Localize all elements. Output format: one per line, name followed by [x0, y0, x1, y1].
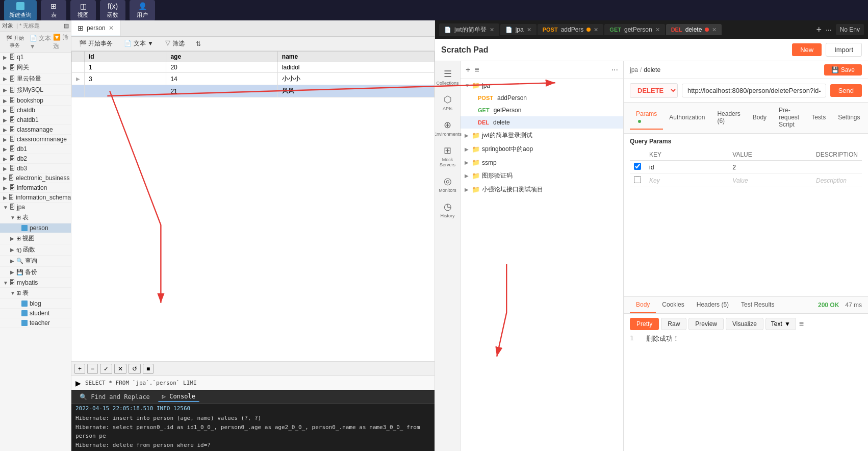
pm-tab-jwt[interactable]: 📄 jwt的简单登 ✕: [439, 23, 499, 36]
coll-sort-btn[interactable]: ≡: [473, 64, 480, 76]
db-jpa-queries[interactable]: ▶ 🔍 查询: [0, 256, 71, 267]
db-mybatis-tables[interactable]: ▼ ⊞ 表: [0, 288, 71, 299]
db-table-person[interactable]: person: [0, 223, 71, 233]
pm-tab-delete[interactable]: DEL delete ✕: [666, 24, 722, 35]
coll-item-jpa[interactable]: ▼ 📁 jpa: [461, 79, 623, 92]
db-jpa-backup[interactable]: ▶ 💾 备份: [0, 267, 71, 278]
cell-age[interactable]: 21: [166, 85, 277, 97]
coll-item-addperson[interactable]: POST addPerson: [461, 92, 623, 104]
tab-close[interactable]: ✕: [527, 27, 531, 33]
user-button[interactable]: 👤 用户: [130, 0, 155, 21]
coll-item-jwt[interactable]: ▶ 📁 jwt的简单登录测试: [461, 129, 623, 142]
pm-url-input[interactable]: [682, 84, 826, 97]
coll-item-forum[interactable]: ▶ 📁 小强论坛接口测试项目: [461, 183, 623, 196]
req-tab-prerequest[interactable]: Pre-request Script: [773, 103, 805, 133]
cell-age[interactable]: 20: [166, 62, 277, 73]
db-item-chatdb1[interactable]: ▶ 🗄 chatdb1: [0, 115, 71, 125]
console-main-tab[interactable]: ▷ Console: [158, 392, 199, 402]
tab-person[interactable]: ⊞ person ✕: [71, 20, 120, 37]
tab-close[interactable]: ✕: [712, 27, 717, 33]
db-item-db1[interactable]: ▶ 🗄 db1: [0, 144, 71, 154]
cell-name[interactable]: ladidol: [277, 62, 434, 73]
start-trans-btn[interactable]: 🏁 开始事务: [74, 38, 117, 49]
resp-tab-cookies[interactable]: Cookies: [656, 297, 690, 313]
remove-row-btn[interactable]: −: [87, 364, 98, 374]
pm-send-btn[interactable]: Send: [830, 84, 862, 97]
filter-btn[interactable]: ▽ 筛选: [160, 38, 189, 49]
resp-wrap-btn[interactable]: ≡: [798, 318, 805, 330]
db-table-teacher[interactable]: teacher: [0, 318, 71, 328]
refresh-btn[interactable]: ↺: [129, 364, 141, 374]
pm-env-selector[interactable]: No Env: [836, 24, 864, 35]
req-tab-auth[interactable]: Authorization: [663, 110, 711, 126]
db-item-info[interactable]: ▶ 🗄 information: [0, 183, 71, 193]
resp-pretty-btn[interactable]: Pretty: [630, 318, 659, 330]
tab-close-btn[interactable]: ✕: [109, 24, 114, 32]
stop-btn[interactable]: ■: [143, 364, 154, 374]
pm-add-tab-btn[interactable]: +: [816, 24, 822, 35]
req-tab-tests[interactable]: Tests: [805, 110, 832, 126]
coll-more-btn[interactable]: ···: [610, 64, 619, 76]
resp-visualize-btn[interactable]: Visualize: [726, 318, 763, 330]
param-checkbox[interactable]: [634, 163, 641, 170]
db-item-info-schema[interactable]: ▶ 🗄 information_schema: [0, 193, 71, 203]
sidebar-environments[interactable]: ⊕ Environments: [437, 116, 459, 140]
db-item-electronic[interactable]: ▶ 🗄 electronic_business: [0, 173, 71, 183]
expand-sql-btn[interactable]: ▶: [75, 379, 81, 387]
pm-tab-getperson[interactable]: GET getPerson ✕: [604, 24, 665, 35]
db-item-bookshop[interactable]: ▶ 🗄 bookshop: [0, 96, 71, 106]
db-item-mysql[interactable]: ▶ 🗄 接MySQL: [0, 85, 71, 96]
db-item-jpa[interactable]: ▼ 🗄 jpa: [0, 203, 71, 212]
tab-close[interactable]: ✕: [594, 27, 598, 33]
resp-tab-testresults[interactable]: Test Results: [735, 297, 780, 313]
console-find-tab[interactable]: 🔍 Find and Replace: [75, 392, 154, 402]
nav-filter-btn[interactable]: 🔽 筛选: [53, 33, 69, 51]
db-table-student[interactable]: student: [0, 309, 71, 318]
resp-raw-btn[interactable]: Raw: [661, 318, 686, 330]
req-tab-params[interactable]: Params: [630, 106, 663, 130]
db-item-gateway[interactable]: ▶ 🗄 网关: [0, 62, 71, 73]
new-query-button[interactable]: 新建查询: [4, 0, 37, 21]
db-table-blog[interactable]: blog: [0, 299, 71, 309]
param-key-input[interactable]: [649, 164, 724, 171]
table-row[interactable]: ▶ 3 14 小小小: [72, 73, 435, 85]
resp-preview-btn[interactable]: Preview: [688, 318, 724, 330]
table-row[interactable]: 1 20 ladidol: [72, 62, 435, 73]
db-item-mybatis[interactable]: ▼ 🗄 mybatis: [0, 278, 71, 288]
function-button[interactable]: f(x) 函数: [100, 0, 125, 21]
resp-tab-body[interactable]: Body: [630, 297, 656, 313]
nav-start-trans-btn[interactable]: 🏁 开始事务: [2, 33, 28, 51]
sort-btn[interactable]: ⇅: [191, 39, 206, 49]
sidebar-mock-servers[interactable]: ⊞ Mock Servers: [437, 142, 459, 170]
param-checkbox[interactable]: [634, 176, 641, 183]
cancel-btn[interactable]: ✕: [114, 364, 126, 374]
req-tab-settings[interactable]: Settings: [832, 110, 866, 126]
resp-tab-headers[interactable]: Headers (5): [691, 297, 735, 313]
table-button[interactable]: ⊞ 表: [41, 0, 66, 21]
resp-format-select[interactable]: Text ▼: [765, 318, 796, 330]
text-btn[interactable]: 📄 文本 ▼: [119, 38, 158, 49]
pm-tab-addpers[interactable]: POST addPers ✕: [538, 24, 604, 35]
pm-more-tabs-btn[interactable]: ···: [826, 26, 832, 34]
pm-import-btn[interactable]: Import: [826, 43, 862, 57]
cell-id[interactable]: [85, 85, 166, 97]
db-jpa-funcs[interactable]: ▶ f() 函数: [0, 244, 71, 256]
pm-save-btn[interactable]: 💾 Save: [824, 64, 862, 76]
table-row[interactable]: 21 风风: [72, 85, 435, 97]
nav-text-btn[interactable]: 📄 文本 ▼: [30, 34, 52, 50]
sidebar-monitors[interactable]: ◎ Monitors: [437, 172, 459, 196]
pm-tab-jpa[interactable]: 📄 jpa ✕: [500, 24, 537, 35]
db-jpa-tables[interactable]: ▼ ⊞ 表: [0, 212, 71, 223]
cell-id[interactable]: 1: [85, 62, 166, 73]
view-button[interactable]: ◫ 视图: [70, 0, 96, 21]
req-tab-body[interactable]: Body: [747, 110, 773, 126]
add-row-btn[interactable]: +: [74, 364, 85, 374]
cell-id[interactable]: 3: [85, 73, 166, 85]
db-item-classmanage[interactable]: ▶ 🗄 classmanage: [0, 125, 71, 135]
db-item-cloud[interactable]: ▶ 🗄 里云轻量: [0, 73, 71, 85]
cell-name[interactable]: 小小小: [277, 73, 434, 85]
db-item-chatdb[interactable]: ▶ 🗄 chatdb: [0, 106, 71, 115]
sidebar-history[interactable]: ◷ History: [437, 198, 459, 221]
sidebar-apis[interactable]: ⬡ APIs: [437, 91, 459, 114]
coll-item-getperson[interactable]: GET getPerson: [461, 104, 623, 116]
